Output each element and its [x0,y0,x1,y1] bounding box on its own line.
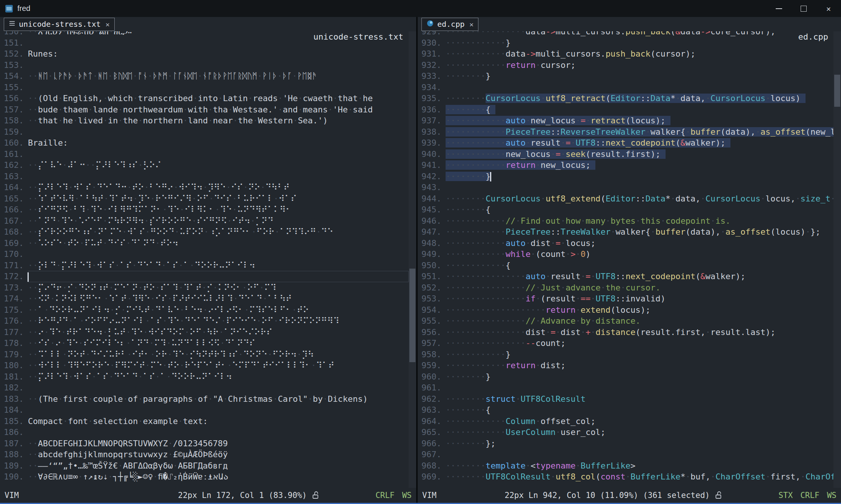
code-line[interactable]: 155. [0,82,409,93]
code-line[interactable]: 965.············UserColumn·user_col; [418,427,833,438]
code-line[interactable]: 954.····················return·extend(lo… [418,304,833,316]
code-line[interactable]: 173.··⡍⠔⠙⠖·⡊·⠙⠕⠝⠰⠞·⠍⠑⠁⠝·⠞⠕·⠎⠁⠹·⠹⠁⠞·⡊·⠅⠝⠪… [0,282,409,293]
code-line[interactable]: 945.········{ [418,204,833,215]
close-button[interactable]: ✕ [816,0,841,17]
code-line[interactable]: 159. [0,126,409,138]
code-line[interactable]: 967. [418,449,833,460]
code-line[interactable]: 165.··⠱⠁⠞⠑⠧⠻·⠁⠃⠳⠞·⠹⠁⠞⠲·⡹⠑·⠗⠑⠛⠊⠌⠻·⠕⠋·⠙⠊⠎·… [0,193,409,204]
unlock-icon[interactable] [715,491,723,499]
code-line[interactable]: 189.··–—‘“”„†•…‰™œŠŸž€·ΑΒΓΔΩαβγδω·АБВГДа… [0,460,409,472]
code-line[interactable]: 953.················if·(result·==·UTF8::… [418,293,833,304]
code-line[interactable]: 169.··⠡⠕⠎⠑·⠞⠕·⠏⠥⠞·⠙⠊⠎·⠙⠁⠝⠙·⠞⠕⠲ [0,238,409,249]
left-scrollbar[interactable] [409,31,416,488]
code-line[interactable]: 952.················//·Just·advance·the·… [418,282,833,293]
tab-unicode-stress-txt[interactable]: unicode-stress.txt ✕ [4,18,115,31]
code-line[interactable]: 162.··⡌⠁⠧⠑·⠼⠁⠒··⡍⠜⠇⠑⠹⠰⠎·⡣⠕⠌ [0,160,409,171]
code-token: ⡊ [207,283,213,292]
code-line[interactable]: 955.················//·Advance·by·distan… [418,315,833,327]
right-scrollbar[interactable] [833,31,841,488]
right-scrollbar-thumb[interactable] [834,75,840,107]
code-token: he [363,94,373,103]
code-line[interactable]: 963.········{ [418,404,833,416]
code-line[interactable]: 935.········CursorLocus·utf8_retract(Edi… [418,93,833,104]
code-line[interactable]: 163. [0,171,409,182]
code-line[interactable]: 958.············} [418,349,833,360]
maximize-button[interactable] [791,0,816,17]
code-line[interactable]: 929.················data->multi_cursors.… [418,31,833,37]
code-line[interactable]: 936.········{ [418,104,833,115]
code-line[interactable]: 185.Compact·font·selection·example·text: [0,416,409,427]
code-line[interactable]: 164.··⡍⠜⠇⠑⠹·⠺⠁⠎·⠙⠑⠁⠙⠒·⠞⠕·⠃⠑⠛⠔·⠺⠊⠹⠲·⡹⠻⠑·⠊… [0,182,409,193]
code-line[interactable]: 948.············auto·dist·=·locus; [418,238,833,249]
code-line[interactable]: 946.············//·Find·out·how·many·byt… [418,215,833,227]
code-line[interactable]: 939.············auto·result·=·UTF8::next… [418,137,833,149]
code-line[interactable]: 176.··⠗⠑⠛⠜⠙·⠁·⠊⠕⠋⠋⠔⠤⠝⠁⠊⠇·⠁⠎·⠹⠑·⠙⠑⠁⠙⠑⠌·⠏⠊… [0,315,409,327]
code-line[interactable]: 179.··⠩⠁⠇⠇·⠝⠕⠞·⠙⠊⠌⠥⠗⠃·⠊⠞⠂·⠕⠗·⠹⠑·⡊⠳⠝⠞⠗⠹⠰⠎… [0,349,409,360]
code-line[interactable]: 951.················auto·result·=·UTF8::… [418,271,833,282]
code-line[interactable]: 187.··ABCDEFGHIJKLMNOPQRSTUVWXYZ·/012345… [0,438,409,449]
code-line[interactable]: 949.············while·(count·>·0) [418,249,833,260]
code-line[interactable]: 181.··⡍⠜⠇⠑⠹·⠺⠁⠎·⠁⠎·⠙⠑⠁⠙·⠁⠎·⠁·⠙⠕⠕⠗⠤⠝⠁⠊⠇⠲ [0,371,409,383]
code-line[interactable]: 168.··⡎⠊⠗⠕⠕⠛⠑⠰⠎·⠝⠁⠍⠑·⠺⠁⠎·⠛⠕⠕⠙·⠥⠏⠕⠝·⠰⡡⠁⠝⠛… [0,226,409,238]
code-line[interactable]: 933.········} [418,71,833,82]
code-line[interactable]: 184. [0,404,409,416]
code-line[interactable]: 941.············return·new_locus; [418,160,833,171]
code-line[interactable]: 943. [418,182,833,193]
code-line[interactable]: 950.············{ [418,260,833,271]
code-line[interactable]: 961. [418,382,833,393]
code-line[interactable]: 956.················dist·=·dist·+·distan… [418,327,833,338]
code-line[interactable]: 178.··⠊⠎·⠔·⠹⠑·⠎⠊⠍⠊⠇⠑⠆·⠁⠝⠙·⠍⠹·⠥⠝⠙⠁⠇⠇⠪⠫·⠙⠁… [0,338,409,349]
code-line[interactable]: 938.············PieceTree::ReverseTreeWa… [418,126,833,138]
code-line[interactable]: 152.Runes: [0,48,409,60]
code-line[interactable]: 942.········} [418,171,833,182]
code-line[interactable]: 940.············new_locus·=·seek(result.… [418,149,833,160]
left-editor-area[interactable]: 150.··እግርህን·በፍራሽህ·ልክ·ዘርጋ።151.152.Runes:1… [0,31,416,488]
code-line[interactable]: 957.················--count; [418,338,833,349]
code-line[interactable]: 160.Braille: [0,137,409,149]
code-token: said [353,105,373,114]
code-line[interactable]: 156.··(Old·English,·which·transcribed·in… [0,93,409,104]
code-line[interactable]: 166.··⠎⠊⠛⠝⠫·⠃⠹·⠹⠑·⠊⠇⠻⠛⠹⠍⠁⠝⠂·⠹⠑·⠊⠇⠻⠅⠂·⠹⠑·… [0,204,409,215]
code-line[interactable]: 964.············Column·offset_col; [418,416,833,427]
code-line[interactable]: 969.········UTF8ColResult·utf8_col(const… [418,471,833,482]
left-scrollbar-thumb[interactable] [409,269,415,362]
code-line[interactable]: 177.··⠔·⠹⠑·⠞⠗⠁⠙⠑⠲·⡃⠥⠞·⠹⠑·⠺⠊⠎⠙⠕⠍·⠕⠋·⠳⠗·⠁⠝… [0,327,409,338]
code-line[interactable]: 944.········CursorLocus·utf8_extend(Edit… [418,193,833,204]
code-line[interactable]: 170. [0,249,409,260]
code-line[interactable]: 153. [0,60,409,71]
code-line[interactable]: 959.············return·dist; [418,360,833,371]
code-line[interactable]: 947.············PieceTree::TreeWalker·wa… [418,226,833,238]
code-line[interactable]: 186. [0,427,409,438]
code-line[interactable]: 931.············data->multi_cursors.push… [418,48,833,60]
unlock-icon[interactable] [312,491,320,499]
code-line[interactable]: 968.········template·<typename·BufferLik… [418,460,833,472]
tab-ed-cpp[interactable]: ed.cpp ✕ [421,18,478,31]
code-line[interactable]: 930.············} [418,37,833,49]
code-line[interactable]: 962.········struct·UTF8ColResult [418,393,833,405]
code-line[interactable]: 180.··⠺⠊⠇⠇·⠹⠻⠑⠋⠕⠗⠑·⠏⠻⠍⠊⠞·⠍⠑·⠞⠕·⠗⠑⠏⠑⠁⠞⠂·⠑… [0,360,409,371]
code-line[interactable]: 960.········} [418,371,833,383]
code-line[interactable]: 190.··∀∂∈ℝ∧∪≡∞·↑↗↨↻⇣·┐┼╔╘░►☺♀·ﬁ�⑀₂ἠḂӥẄɐː… [0,471,409,482]
tab-close-icon[interactable]: ✕ [106,20,110,28]
code-line[interactable]: 937.············auto·new_locus·=·retract… [418,115,833,126]
code-token: £©µÀÆÖÞßéöÿ [173,450,228,459]
tab-close-icon[interactable]: ✕ [469,20,474,28]
code-line[interactable]: 171.··⡕⠇⠙·⡍⠜⠇⠑⠹·⠺⠁⠎·⠁⠎·⠙⠑⠁⠙·⠁⠎·⠁·⠙⠕⠕⠗⠤⠝⠁… [0,260,409,271]
code-line[interactable]: 172. [0,271,409,282]
code-line[interactable]: 161. [0,149,409,160]
minimize-button[interactable] [766,0,791,17]
code-line[interactable]: 167.··⠁⠝⠙·⠹⠑·⠡⠊⠑⠋·⠍⠳⠗⠝⠻⠲·⡎⠊⠗⠕⠕⠛⠑·⠎⠊⠛⠝⠫·⠊… [0,215,409,227]
code-line[interactable]: 183.··(The·first·couple·of·paragraphs·of… [0,393,409,405]
code-line[interactable]: 966.········}; [418,438,833,449]
whitespace-dots: · [178,261,183,270]
code-line[interactable]: 158.··that·he·lived·in·the·northern·land… [0,115,409,126]
code-line[interactable]: 932.············return·cursor; [418,60,833,71]
code-line[interactable]: 934. [418,82,833,93]
code-line[interactable]: 188.··abcdefghijklmnopqrstuvwxyz·£©µÀÆÖÞ… [0,449,409,460]
code-line[interactable]: 157.··bude·thaem·lande·northweardum·with… [0,104,409,115]
code-line[interactable]: 154.··ᚻᛖ·ᚳᚹᚫᚦ·ᚦᚫᛏ·ᚻᛖ·ᛒᚢᛞᛖ·ᚩᚾ·ᚦᚫᛗ·ᛚᚪᚾᛞᛖ·ᚾ… [0,71,409,82]
right-editor-area[interactable]: 929.················data->multi_cursors.… [418,31,841,488]
code-line[interactable]: 175.··⠁·⠙⠕⠕⠗⠤⠝⠁⠊⠇⠲·⡊·⠍⠊⠣⠞·⠙⠁⠧⠑·⠃⠑⠲·⠔⠊⠇⠔⠫… [0,304,409,316]
code-line[interactable]: 182. [0,382,409,393]
code-line[interactable]: 174.··⠪⠝·⠅⠝⠪⠇⠫⠛⠑⠂·⠱⠁⠞·⠹⠻⠑·⠊⠎·⠏⠜⠞⠊⠊⠥⠇⠜⠇⠹·… [0,293,409,304]
